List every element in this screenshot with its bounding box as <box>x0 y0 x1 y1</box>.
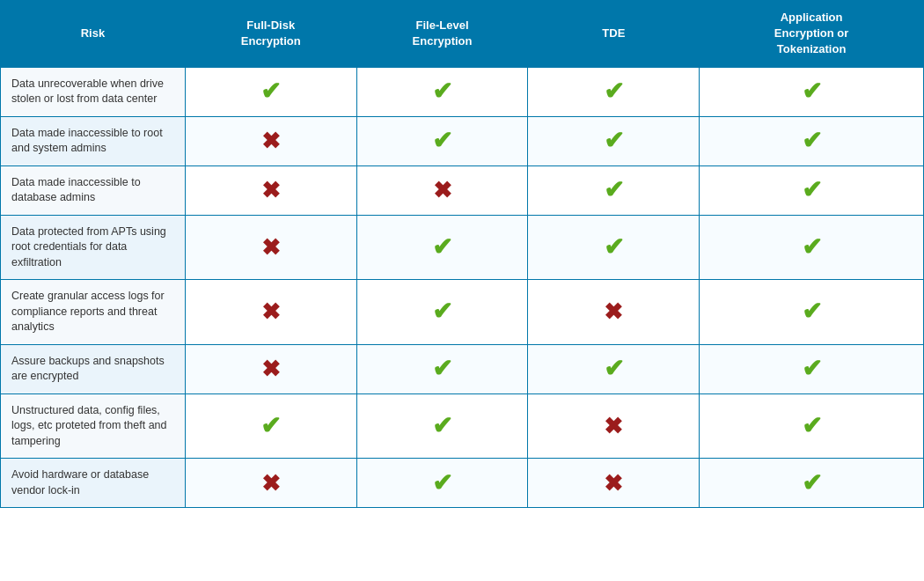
cell-col3: ✔ <box>528 344 700 393</box>
cell-col1: ✖ <box>185 215 356 280</box>
check-icon: ✔ <box>604 79 624 104</box>
cell-col2: ✔ <box>356 459 528 508</box>
cell-col2: ✖ <box>356 165 528 215</box>
risk-label: Create granular access logs for complian… <box>1 280 186 345</box>
cell-col2: ✔ <box>356 393 528 459</box>
check-icon: ✔ <box>432 129 452 153</box>
cell-col1: ✔ <box>185 393 356 459</box>
check-icon: ✔ <box>260 414 281 438</box>
cell-col1: ✖ <box>185 459 356 508</box>
cross-icon: ✖ <box>433 179 452 202</box>
cross-icon: ✖ <box>261 357 281 380</box>
comparison-table: Risk Full-DiskEncryption File-LevelEncry… <box>0 0 924 508</box>
risk-label: Data unrecoverable when drive stolen or … <box>1 67 186 116</box>
check-icon: ✔ <box>432 414 452 438</box>
cross-icon: ✖ <box>261 300 281 323</box>
cross-icon: ✖ <box>604 472 623 495</box>
risk-label: Data made inaccessible to root and syste… <box>1 116 186 165</box>
cell-col4: ✔ <box>700 393 924 459</box>
cell-col3: ✖ <box>528 280 700 345</box>
table-row: Data unrecoverable when drive stolen or … <box>1 67 924 116</box>
check-icon: ✔ <box>432 471 452 496</box>
cell-col3: ✖ <box>528 393 700 459</box>
cell-col1: ✔ <box>185 67 356 116</box>
check-icon: ✔ <box>260 79 281 104</box>
table-row: Data made inaccessible to root and syste… <box>1 116 924 165</box>
cross-icon: ✖ <box>261 472 281 495</box>
check-icon: ✔ <box>802 357 822 381</box>
risk-label: Data protected from APTs using root cred… <box>1 215 186 280</box>
cell-col1: ✖ <box>185 280 356 345</box>
cross-icon: ✖ <box>261 236 281 259</box>
table-row: Create granular access logs for complian… <box>1 280 924 345</box>
cross-icon: ✖ <box>604 300 623 323</box>
header-col1: Full-DiskEncryption <box>185 1 356 68</box>
check-icon: ✔ <box>604 129 624 153</box>
risk-label: Unstructured data, config files, logs, e… <box>1 393 186 459</box>
header-risk: Risk <box>1 1 186 68</box>
check-icon: ✔ <box>802 235 822 260</box>
cell-col3: ✔ <box>528 67 700 116</box>
header-col4: ApplicationEncryption orTokenization <box>700 1 924 68</box>
cross-icon: ✖ <box>261 179 281 202</box>
cell-col3: ✔ <box>528 215 700 280</box>
risk-label: Assure backups and snapshots are encrypt… <box>1 344 186 393</box>
cell-col3: ✔ <box>528 116 700 165</box>
cell-col1: ✖ <box>185 165 356 215</box>
cell-col4: ✔ <box>700 116 924 165</box>
cell-col4: ✔ <box>700 165 924 215</box>
cell-col2: ✔ <box>356 280 528 345</box>
risk-label: Avoid hardware or database vendor lock-i… <box>1 459 186 508</box>
check-icon: ✔ <box>604 235 624 260</box>
cell-col4: ✔ <box>700 459 924 508</box>
table-row: Assure backups and snapshots are encrypt… <box>1 344 924 393</box>
cell-col4: ✔ <box>700 67 924 116</box>
header-col3: TDE <box>528 1 700 68</box>
check-icon: ✔ <box>802 471 822 496</box>
cross-icon: ✖ <box>261 129 281 152</box>
cell-col4: ✔ <box>700 344 924 393</box>
cell-col2: ✔ <box>356 67 528 116</box>
check-icon: ✔ <box>432 299 452 324</box>
table-row: Data made inaccessible to database admin… <box>1 165 924 215</box>
check-icon: ✔ <box>802 79 822 104</box>
cross-icon: ✖ <box>604 415 623 438</box>
table-row: Avoid hardware or database vendor lock-i… <box>1 459 924 508</box>
cell-col1: ✖ <box>185 344 356 393</box>
check-icon: ✔ <box>432 235 452 260</box>
cell-col3: ✖ <box>528 459 700 508</box>
header-col2: File-LevelEncryption <box>356 1 528 68</box>
risk-label: Data made inaccessible to database admin… <box>1 165 186 215</box>
check-icon: ✔ <box>802 178 822 202</box>
check-icon: ✔ <box>604 357 624 381</box>
check-icon: ✔ <box>432 357 452 381</box>
cell-col1: ✖ <box>185 116 356 165</box>
check-icon: ✔ <box>802 129 822 153</box>
table-row: Data protected from APTs using root cred… <box>1 215 924 280</box>
cell-col4: ✔ <box>700 215 924 280</box>
table-row: Unstructured data, config files, logs, e… <box>1 393 924 459</box>
check-icon: ✔ <box>802 414 822 438</box>
cell-col3: ✔ <box>528 165 700 215</box>
check-icon: ✔ <box>432 79 452 104</box>
check-icon: ✔ <box>802 299 822 324</box>
cell-col2: ✔ <box>356 344 528 393</box>
cell-col2: ✔ <box>356 215 528 280</box>
cell-col4: ✔ <box>700 280 924 345</box>
cell-col2: ✔ <box>356 116 528 165</box>
check-icon: ✔ <box>604 178 624 202</box>
